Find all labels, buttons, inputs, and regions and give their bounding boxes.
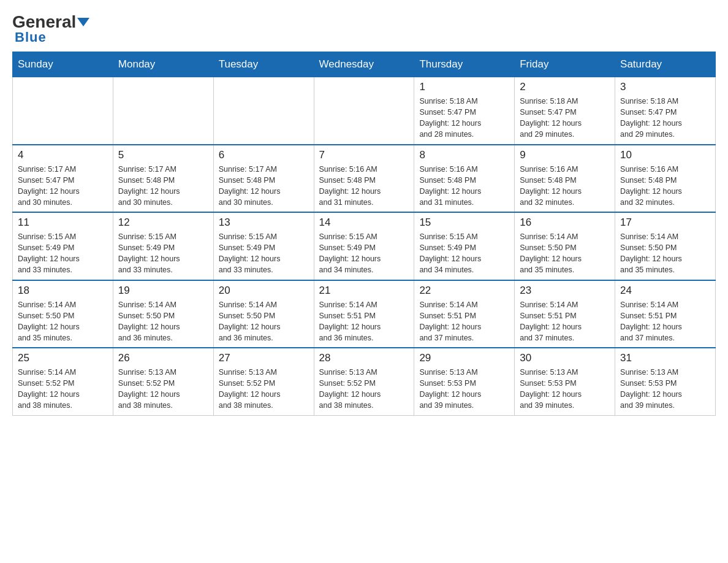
day-info: Sunrise: 5:14 AMSunset: 5:50 PMDaylight:… [18,299,108,344]
day-info: Sunrise: 5:14 AMSunset: 5:51 PMDaylight:… [620,299,710,344]
calendar-cell: 13Sunrise: 5:15 AMSunset: 5:49 PMDayligh… [213,212,314,280]
day-number: 26 [118,352,208,364]
day-number: 27 [219,352,309,364]
calendar-cell: 1Sunrise: 5:18 AMSunset: 5:47 PMDaylight… [414,77,515,145]
day-number: 18 [18,285,108,297]
calendar-cell: 9Sunrise: 5:16 AMSunset: 5:48 PMDaylight… [515,145,615,213]
calendar-cell: 21Sunrise: 5:14 AMSunset: 5:51 PMDayligh… [314,280,414,348]
calendar-cell [213,77,314,145]
day-number: 15 [419,216,509,229]
day-info: Sunrise: 5:16 AMSunset: 5:48 PMDaylight:… [419,164,509,209]
day-number: 29 [419,352,509,364]
day-info: Sunrise: 5:18 AMSunset: 5:47 PMDaylight:… [620,96,710,140]
day-number: 3 [620,81,710,93]
calendar-cell: 6Sunrise: 5:17 AMSunset: 5:48 PMDaylight… [213,145,314,213]
weekday-header-saturday: Saturday [615,52,716,77]
weekday-header-row: SundayMondayTuesdayWednesdayThursdayFrid… [13,52,716,77]
calendar-cell [113,77,213,145]
day-number: 23 [520,285,610,297]
week-row-1: 1Sunrise: 5:18 AMSunset: 5:47 PMDaylight… [13,77,716,145]
weekday-header-tuesday: Tuesday [213,52,314,77]
day-number: 14 [319,216,409,229]
day-number: 22 [419,285,509,297]
weekday-header-monday: Monday [113,52,213,77]
weekday-header-wednesday: Wednesday [314,52,414,77]
day-info: Sunrise: 5:13 AMSunset: 5:52 PMDaylight:… [319,367,409,412]
calendar-cell: 4Sunrise: 5:17 AMSunset: 5:47 PMDaylight… [13,145,113,213]
day-info: Sunrise: 5:13 AMSunset: 5:53 PMDaylight:… [620,367,710,412]
weekday-header-sunday: Sunday [13,52,113,77]
calendar-cell: 29Sunrise: 5:13 AMSunset: 5:53 PMDayligh… [414,348,515,415]
calendar-cell: 26Sunrise: 5:13 AMSunset: 5:52 PMDayligh… [113,348,213,415]
day-number: 9 [520,149,610,161]
day-number: 8 [419,149,509,161]
calendar-cell: 25Sunrise: 5:14 AMSunset: 5:52 PMDayligh… [13,348,113,415]
day-number: 11 [18,216,108,229]
day-info: Sunrise: 5:15 AMSunset: 5:49 PMDaylight:… [18,231,108,276]
day-number: 17 [620,216,710,229]
day-number: 24 [620,285,710,297]
week-row-2: 4Sunrise: 5:17 AMSunset: 5:47 PMDaylight… [13,145,716,213]
day-info: Sunrise: 5:14 AMSunset: 5:51 PMDaylight:… [520,299,610,344]
calendar-cell: 31Sunrise: 5:13 AMSunset: 5:53 PMDayligh… [615,348,716,415]
calendar-cell: 17Sunrise: 5:14 AMSunset: 5:50 PMDayligh… [615,212,716,280]
day-info: Sunrise: 5:15 AMSunset: 5:49 PMDaylight:… [118,231,208,276]
day-number: 7 [319,149,409,161]
day-number: 13 [219,216,309,229]
day-info: Sunrise: 5:14 AMSunset: 5:50 PMDaylight:… [118,299,208,344]
day-info: Sunrise: 5:13 AMSunset: 5:53 PMDaylight:… [419,367,509,412]
day-info: Sunrise: 5:15 AMSunset: 5:49 PMDaylight:… [319,231,409,276]
day-number: 6 [219,149,309,161]
day-info: Sunrise: 5:13 AMSunset: 5:52 PMDaylight:… [219,367,309,412]
calendar-cell: 12Sunrise: 5:15 AMSunset: 5:49 PMDayligh… [113,212,213,280]
day-info: Sunrise: 5:15 AMSunset: 5:49 PMDaylight:… [419,231,509,276]
calendar-cell [314,77,414,145]
page-header: General Blue [12,12,716,45]
logo-blue-text: Blue [12,29,47,45]
calendar-cell: 10Sunrise: 5:16 AMSunset: 5:48 PMDayligh… [615,145,716,213]
day-info: Sunrise: 5:17 AMSunset: 5:48 PMDaylight:… [219,164,309,209]
day-info: Sunrise: 5:18 AMSunset: 5:47 PMDaylight:… [419,96,509,140]
day-number: 21 [319,285,409,297]
calendar-cell: 3Sunrise: 5:18 AMSunset: 5:47 PMDaylight… [615,77,716,145]
day-info: Sunrise: 5:17 AMSunset: 5:47 PMDaylight:… [18,164,108,209]
day-info: Sunrise: 5:15 AMSunset: 5:49 PMDaylight:… [219,231,309,276]
weekday-header-friday: Friday [515,52,615,77]
calendar-cell: 24Sunrise: 5:14 AMSunset: 5:51 PMDayligh… [615,280,716,348]
day-number: 16 [520,216,610,229]
calendar-cell: 8Sunrise: 5:16 AMSunset: 5:48 PMDaylight… [414,145,515,213]
day-info: Sunrise: 5:14 AMSunset: 5:51 PMDaylight:… [319,299,409,344]
calendar-cell: 22Sunrise: 5:14 AMSunset: 5:51 PMDayligh… [414,280,515,348]
calendar-cell [13,77,113,145]
calendar-cell: 16Sunrise: 5:14 AMSunset: 5:50 PMDayligh… [515,212,615,280]
day-info: Sunrise: 5:13 AMSunset: 5:53 PMDaylight:… [520,367,610,412]
day-info: Sunrise: 5:13 AMSunset: 5:52 PMDaylight:… [118,367,208,412]
day-number: 19 [118,285,208,297]
day-info: Sunrise: 5:14 AMSunset: 5:50 PMDaylight:… [219,299,309,344]
calendar-cell: 28Sunrise: 5:13 AMSunset: 5:52 PMDayligh… [314,348,414,415]
calendar-cell: 11Sunrise: 5:15 AMSunset: 5:49 PMDayligh… [13,212,113,280]
day-info: Sunrise: 5:16 AMSunset: 5:48 PMDaylight:… [319,164,409,209]
day-info: Sunrise: 5:17 AMSunset: 5:48 PMDaylight:… [118,164,208,209]
calendar-cell: 18Sunrise: 5:14 AMSunset: 5:50 PMDayligh… [13,280,113,348]
day-info: Sunrise: 5:14 AMSunset: 5:50 PMDaylight:… [520,231,610,276]
day-number: 2 [520,81,610,93]
day-number: 1 [419,81,509,93]
day-number: 25 [18,352,108,364]
day-info: Sunrise: 5:14 AMSunset: 5:51 PMDaylight:… [419,299,509,344]
day-number: 5 [118,149,208,161]
day-info: Sunrise: 5:18 AMSunset: 5:47 PMDaylight:… [520,96,610,140]
day-number: 20 [219,285,309,297]
day-number: 30 [520,352,610,364]
day-number: 4 [18,149,108,161]
day-info: Sunrise: 5:16 AMSunset: 5:48 PMDaylight:… [620,164,710,209]
calendar-cell: 15Sunrise: 5:15 AMSunset: 5:49 PMDayligh… [414,212,515,280]
calendar-cell: 20Sunrise: 5:14 AMSunset: 5:50 PMDayligh… [213,280,314,348]
day-number: 10 [620,149,710,161]
calendar-table: SundayMondayTuesdayWednesdayThursdayFrid… [12,52,716,416]
calendar-cell: 30Sunrise: 5:13 AMSunset: 5:53 PMDayligh… [515,348,615,415]
calendar-cell: 2Sunrise: 5:18 AMSunset: 5:47 PMDaylight… [515,77,615,145]
day-info: Sunrise: 5:16 AMSunset: 5:48 PMDaylight:… [520,164,610,209]
weekday-header-thursday: Thursday [414,52,515,77]
calendar-cell: 27Sunrise: 5:13 AMSunset: 5:52 PMDayligh… [213,348,314,415]
